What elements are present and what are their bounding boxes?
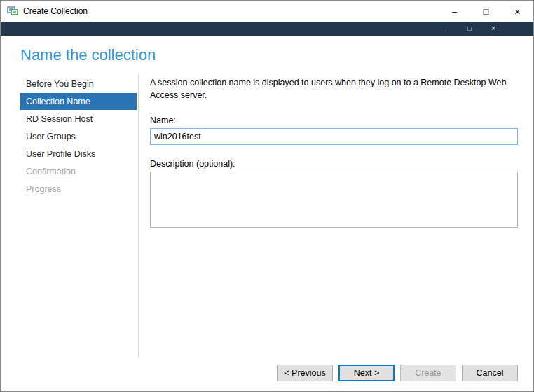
dialog-window-controls: – □ × [439,1,533,22]
sidebar-item-rd-session-host[interactable]: RD Session Host [20,111,137,127]
sidebar-item-confirmation: Confirmation [20,163,137,180]
sidebar-item-collection-name[interactable]: Collection Name [20,93,137,110]
wizard-content: A session collection name is displayed t… [139,73,518,365]
intro-text: A session collection name is displayed t… [150,77,518,102]
banner-close-icon[interactable]: × [481,22,505,36]
name-label: Name: [150,115,518,125]
create-collection-dialog: Create Collection – □ × – □ × Name the c… [0,0,534,392]
banner-maximize-icon[interactable]: □ [458,22,481,36]
banner-minimize-icon[interactable]: – [434,22,458,36]
cancel-button[interactable]: Cancel [462,365,518,382]
dialog-titlebar: Create Collection – □ × [1,1,533,22]
sidebar-item-progress: Progress [20,181,137,197]
create-collection-icon [7,6,18,17]
close-icon[interactable]: × [502,1,533,22]
sidebar-item-user-groups[interactable]: User Groups [20,128,137,145]
server-manager-titlebar: – □ × [1,22,533,36]
description-label: Description (optional): [150,159,518,169]
wizard-steps-sidebar: Before You Begin Collection Name RD Sess… [20,73,137,365]
sidebar-item-user-profile-disks[interactable]: User Profile Disks [20,146,137,162]
wizard-footer: < Previous Next > Create Cancel [1,365,533,391]
wizard-body: Before You Begin Collection Name RD Sess… [1,73,533,365]
previous-button[interactable]: < Previous [277,365,333,382]
collection-description-input[interactable] [150,172,518,227]
page-title: Name the collection [1,36,533,73]
next-button[interactable]: Next > [338,365,395,382]
dialog-title: Create Collection [23,6,88,16]
collection-name-input[interactable] [150,128,518,145]
sidebar-item-before-you-begin[interactable]: Before You Begin [20,76,137,92]
create-button: Create [400,365,456,382]
minimize-icon[interactable]: – [439,1,470,22]
maximize-icon[interactable]: □ [470,1,502,22]
